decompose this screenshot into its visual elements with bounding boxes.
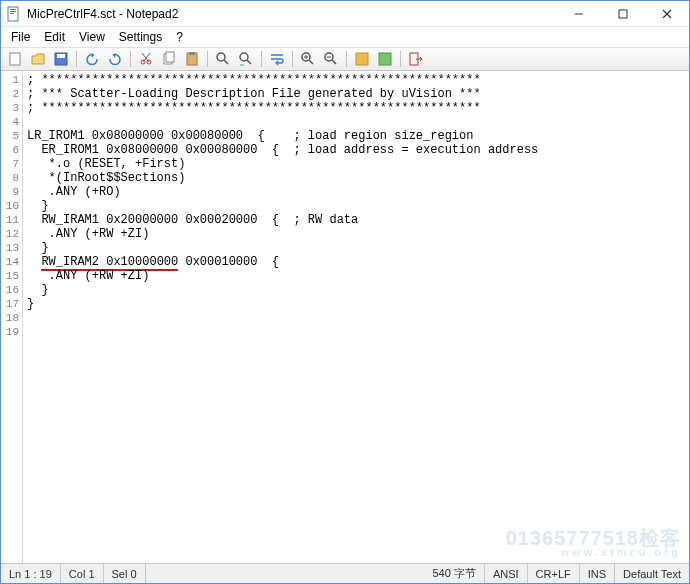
find-button[interactable] [213,49,233,69]
svg-rect-10 [57,54,65,58]
redo-button[interactable] [105,49,125,69]
line-number: 13 [1,241,19,255]
cut-button[interactable] [136,49,156,69]
code-line [27,115,689,129]
svg-line-13 [143,53,150,62]
code-line: } [27,297,689,311]
code-line [27,311,689,325]
code-line: } [27,241,689,255]
scheme2-button[interactable] [375,49,395,69]
window-controls [557,1,689,26]
code-line: RW_IRAM2 0x10000000 0x00010000 { [27,255,689,269]
toolbar-separator [346,51,347,67]
line-number: 19 [1,325,19,339]
svg-line-14 [142,53,149,62]
line-number: 8 [1,171,19,185]
open-button[interactable] [28,49,48,69]
replace-icon [238,51,254,67]
toolbar-separator [130,51,131,67]
svg-rect-3 [10,13,14,14]
status-sel: Sel 0 [104,564,146,583]
paste-icon [184,51,200,67]
wordwrap-button[interactable] [267,49,287,69]
code-line: ER_IROM1 0x08000000 0x00080000 { ; load … [27,143,689,157]
zoomout-button[interactable] [321,49,341,69]
svg-rect-8 [10,53,20,65]
svg-rect-1 [10,9,16,10]
maximize-button[interactable] [601,1,645,26]
status-col: Col 1 [61,564,104,583]
line-number: 10 [1,199,19,213]
open-icon [30,51,46,67]
scheme-button[interactable] [352,49,372,69]
copy-icon [161,51,177,67]
status-eol: CR+LF [528,564,580,583]
line-number: 1 [1,73,19,87]
svg-line-20 [224,60,228,64]
scheme2-icon [377,51,393,67]
redo-icon [107,51,123,67]
line-number: 15 [1,269,19,283]
menu-settings[interactable]: Settings [113,29,168,45]
exit-button[interactable] [406,49,426,69]
wordwrap-icon [269,51,285,67]
window-title: MicPreCtrlF4.sct - Notepad2 [27,7,557,21]
save-button[interactable] [51,49,71,69]
menu-file[interactable]: File [5,29,36,45]
zoomin-button[interactable] [298,49,318,69]
new-button[interactable] [5,49,25,69]
line-number: 16 [1,283,19,297]
svg-line-22 [247,60,251,64]
code-line: LR_IROM1 0x08000000 0x00080000 { ; load … [27,129,689,143]
status-ins: INS [580,564,615,583]
minimize-button[interactable] [557,1,601,26]
zoomin-icon [300,51,316,67]
toolbar-separator [400,51,401,67]
save-icon [53,51,69,67]
line-number: 14 [1,255,19,269]
menubar: File Edit View Settings ? [1,27,689,47]
exit-icon [408,51,424,67]
toolbar-separator [292,51,293,67]
cut-icon [138,51,154,67]
titlebar: MicPreCtrlF4.sct - Notepad2 [1,1,689,27]
statusbar: Ln 1 : 19 Col 1 Sel 0 540 字节 ANSI CR+LF … [1,563,689,583]
status-pos: Ln 1 : 19 [1,564,61,583]
svg-rect-5 [619,10,627,18]
line-number: 2 [1,87,19,101]
toolbar-separator [207,51,208,67]
code-line: *.o (RESET, +First) [27,157,689,171]
undo-button[interactable] [82,49,102,69]
paste-button[interactable] [182,49,202,69]
svg-point-19 [217,53,225,61]
code-line: ; **************************************… [27,101,689,115]
svg-rect-18 [189,52,195,55]
replace-button[interactable] [236,49,256,69]
line-number: 18 [1,311,19,325]
code-line [27,325,689,339]
menu-help[interactable]: ? [170,29,189,45]
line-number: 12 [1,227,19,241]
copy-button[interactable] [159,49,179,69]
svg-rect-2 [10,11,16,12]
svg-rect-16 [166,52,174,62]
menu-view[interactable]: View [73,29,111,45]
status-lang: Default Text [615,564,689,583]
svg-rect-30 [356,53,368,65]
status-bytes: 540 字节 [425,564,485,583]
line-number: 4 [1,115,19,129]
status-enc: ANSI [485,564,528,583]
line-number: 6 [1,143,19,157]
code-line: } [27,199,689,213]
find-icon [215,51,231,67]
code-area[interactable]: ; **************************************… [23,71,689,563]
scheme-icon [354,51,370,67]
code-line: RW_IRAM1 0x20000000 0x00020000 { ; RW da… [27,213,689,227]
close-button[interactable] [645,1,689,26]
code-line: .ANY (+RW +ZI) [27,227,689,241]
code-line: .ANY (+RO) [27,185,689,199]
zoomout-icon [323,51,339,67]
svg-line-24 [309,60,313,64]
app-window: MicPreCtrlF4.sct - Notepad2 File Edit Vi… [0,0,690,584]
menu-edit[interactable]: Edit [38,29,71,45]
